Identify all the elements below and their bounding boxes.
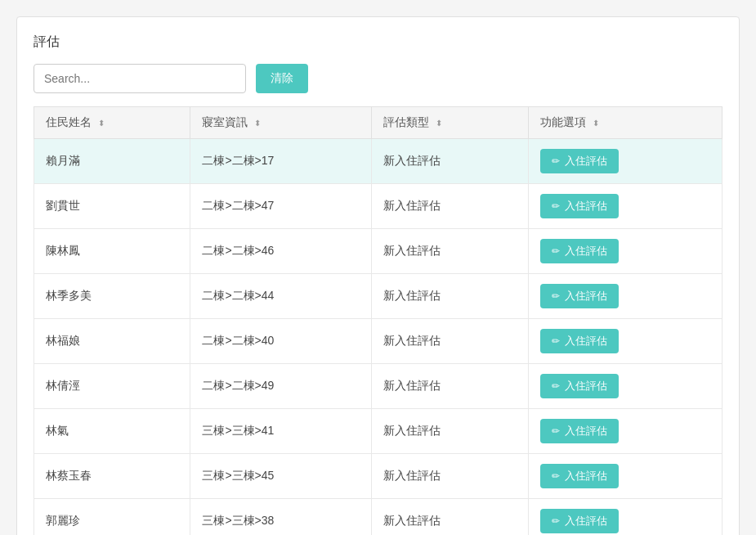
action-label: 入住評估 (565, 154, 607, 169)
toolbar: 清除 (34, 64, 722, 93)
cell-action: ✏入住評估 (528, 184, 722, 229)
pencil-icon: ✏ (552, 155, 560, 167)
cell-room: 三棟>三棟>41 (190, 409, 372, 454)
action-label: 入住評估 (565, 469, 607, 483)
cell-room: 二棟>二棟>17 (190, 139, 372, 184)
cell-action: ✏入住評估 (528, 409, 722, 454)
cell-type: 新入住評估 (372, 184, 528, 229)
clear-button[interactable]: 清除 (256, 64, 308, 93)
pencil-icon: ✏ (552, 245, 560, 257)
action-label: 入住評估 (565, 514, 607, 528)
cell-room: 二棟>二棟>46 (190, 229, 372, 274)
cell-type: 新入住評估 (372, 319, 528, 364)
table-row: 林倩涇二棟>二棟>49新入住評估✏入住評估 (34, 364, 722, 409)
data-table: 住民姓名 ⬍ 寢室資訊 ⬍ 評估類型 ⬍ 功能選項 ⬍ 賴月滿二棟>二棟>17新… (34, 106, 722, 535)
pencil-icon: ✏ (552, 380, 560, 392)
cell-room: 三棟>三棟>38 (190, 499, 372, 536)
table-row: 林季多美二棟>二棟>44新入住評估✏入住評估 (34, 274, 722, 319)
action-label: 入住評估 (565, 379, 607, 393)
pencil-icon: ✏ (552, 425, 560, 437)
cell-name: 劉貫世 (34, 184, 190, 229)
cell-name: 林蔡玉春 (34, 454, 190, 499)
cell-name: 郭麗珍 (34, 499, 190, 536)
cell-type: 新入住評估 (372, 274, 528, 319)
cell-room: 二棟>二棟>40 (190, 319, 372, 364)
table-row: 林蔡玉春三棟>三棟>45新入住評估✏入住評估 (34, 454, 722, 499)
main-card: 評估 清除 住民姓名 ⬍ 寢室資訊 ⬍ 評估類型 ⬍ 功能選項 (16, 16, 740, 535)
checkin-assessment-button[interactable]: ✏入住評估 (540, 374, 619, 398)
cell-name: 賴月滿 (34, 139, 190, 184)
action-label: 入住評估 (565, 424, 607, 438)
pencil-icon: ✏ (552, 470, 560, 482)
cell-type: 新入住評估 (372, 409, 528, 454)
col-header-type: 評估類型 ⬍ (372, 107, 528, 139)
page-title: 評估 (34, 34, 722, 51)
pencil-icon: ✏ (552, 515, 560, 527)
action-label: 入住評估 (565, 244, 607, 259)
cell-name: 林氣 (34, 409, 190, 454)
pencil-icon: ✏ (552, 290, 560, 302)
cell-type: 新入住評估 (372, 229, 528, 274)
table-row: 郭麗珍三棟>三棟>38新入住評估✏入住評估 (34, 499, 722, 536)
cell-room: 三棟>三棟>45 (190, 454, 372, 499)
checkin-assessment-button[interactable]: ✏入住評估 (540, 329, 619, 353)
cell-room: 二棟>二棟>47 (190, 184, 372, 229)
checkin-assessment-button[interactable]: ✏入住評估 (540, 239, 619, 263)
pencil-icon: ✏ (552, 200, 560, 212)
col-header-name: 住民姓名 ⬍ (34, 107, 190, 139)
checkin-assessment-button[interactable]: ✏入住評估 (540, 419, 619, 443)
cell-action: ✏入住評估 (528, 229, 722, 274)
checkin-assessment-button[interactable]: ✏入住評估 (540, 194, 619, 218)
cell-type: 新入住評估 (372, 139, 528, 184)
pencil-icon: ✏ (552, 335, 560, 347)
table-row: 陳林鳳二棟>二棟>46新入住評估✏入住評估 (34, 229, 722, 274)
sort-icon-room: ⬍ (254, 119, 261, 128)
cell-action: ✏入住評估 (528, 364, 722, 409)
checkin-assessment-button[interactable]: ✏入住評估 (540, 464, 619, 488)
cell-room: 二棟>二棟>49 (190, 364, 372, 409)
table-row: 賴月滿二棟>二棟>17新入住評估✏入住評估 (34, 139, 722, 184)
table-row: 林福娘二棟>二棟>40新入住評估✏入住評估 (34, 319, 722, 364)
action-label: 入住評估 (565, 289, 607, 303)
col-header-actions: 功能選項 ⬍ (528, 107, 722, 139)
cell-action: ✏入住評估 (528, 139, 722, 184)
table-row: 林氣三棟>三棟>41新入住評估✏入住評估 (34, 409, 722, 454)
cell-room: 二棟>二棟>44 (190, 274, 372, 319)
cell-name: 林福娘 (34, 319, 190, 364)
table-row: 劉貫世二棟>二棟>47新入住評估✏入住評估 (34, 184, 722, 229)
search-input[interactable] (34, 64, 246, 93)
cell-type: 新入住評估 (372, 454, 528, 499)
cell-type: 新入住評估 (372, 364, 528, 409)
sort-icon-actions: ⬍ (593, 119, 599, 128)
cell-name: 林倩涇 (34, 364, 190, 409)
action-label: 入住評估 (565, 199, 607, 214)
sort-icon-type: ⬍ (436, 119, 442, 128)
cell-action: ✏入住評估 (528, 454, 722, 499)
cell-action: ✏入住評估 (528, 319, 722, 364)
cell-type: 新入住評估 (372, 499, 528, 536)
checkin-assessment-button[interactable]: ✏入住評估 (540, 284, 619, 308)
cell-action: ✏入住評估 (528, 499, 722, 536)
sort-icon-name: ⬍ (98, 119, 105, 128)
cell-name: 林季多美 (34, 274, 190, 319)
checkin-assessment-button[interactable]: ✏入住評估 (540, 149, 619, 173)
col-header-room: 寢室資訊 ⬍ (190, 107, 372, 139)
cell-name: 陳林鳳 (34, 229, 190, 274)
cell-action: ✏入住評估 (528, 274, 722, 319)
checkin-assessment-button[interactable]: ✏入住評估 (540, 509, 619, 533)
table-header-row: 住民姓名 ⬍ 寢室資訊 ⬍ 評估類型 ⬍ 功能選項 ⬍ (34, 107, 722, 139)
action-label: 入住評估 (565, 334, 607, 348)
